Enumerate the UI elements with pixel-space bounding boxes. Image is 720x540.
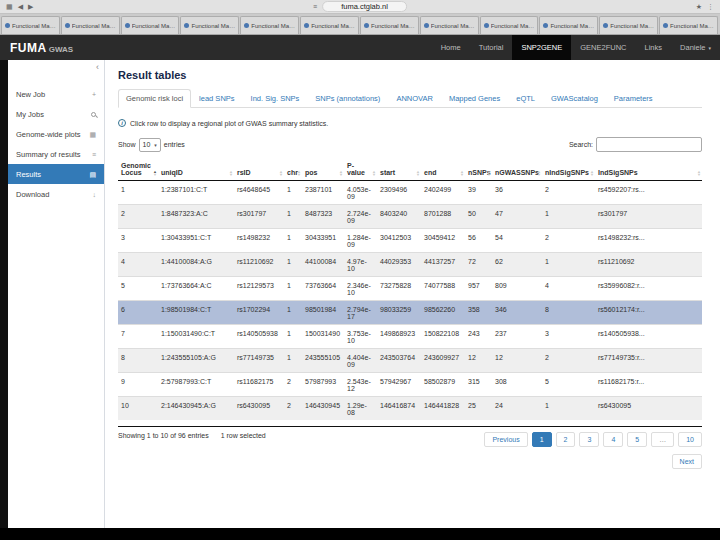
browser-tab[interactable]: Functional Mappin... bbox=[300, 16, 359, 34]
column-header-nsnps[interactable]: nSNPs▲▼ bbox=[465, 159, 492, 181]
column-header-chr[interactable]: chr▲▼ bbox=[284, 159, 302, 181]
sidebar-item-summary-of-results[interactable]: Summary of results≡ bbox=[8, 144, 104, 164]
sidebar-item-my-jobs[interactable]: My Jobs bbox=[8, 104, 104, 124]
pagination-previous[interactable]: Previous bbox=[484, 432, 527, 447]
table-row[interactable]: 92:57987993:C:Trs116821752579879932.543e… bbox=[118, 373, 702, 397]
table-row[interactable]: 41:44100084:A:Grs112106921441000844.97e-… bbox=[118, 253, 702, 277]
tab-ind-sig-snps[interactable]: Ind. Sig. SNPs bbox=[243, 89, 308, 108]
tab-snps-annotations[interactable]: SNPs (annotations) bbox=[307, 89, 388, 108]
table-row[interactable]: 81:243555105:A:Grs7714973512435551054.40… bbox=[118, 349, 702, 373]
tab-mapped-genes[interactable]: Mapped Genes bbox=[441, 89, 508, 108]
tab-parameters[interactable]: Parameters bbox=[606, 89, 661, 108]
tab-genomic-risk-loci[interactable]: Genomic risk loci bbox=[118, 89, 191, 108]
browser-tab[interactable]: Functional Mappin... bbox=[121, 16, 180, 34]
table-row[interactable]: 51:73763664:A:Crs121295731737636642.346e… bbox=[118, 277, 702, 301]
table-row[interactable]: 61:98501984:C:Trs17022941985019842.794e-… bbox=[118, 301, 702, 325]
column-header-nindsigsnps[interactable]: nIndSigSNPs▲▼ bbox=[542, 159, 595, 181]
nav-item-snp2gene[interactable]: SNP2GENE bbox=[512, 35, 571, 60]
browser-tab[interactable]: Functional Mappin... bbox=[539, 16, 598, 34]
sidebar-item-new-job[interactable]: New Job+ bbox=[8, 84, 104, 104]
tab-lead-snps[interactable]: lead SNPs bbox=[191, 89, 242, 108]
browser-tab[interactable]: Functional Mappin... bbox=[180, 16, 239, 34]
fuma-logo[interactable]: FUMA GWAS bbox=[10, 41, 73, 55]
table-row[interactable]: 21:8487323:A:Crs301797184873232.724e-098… bbox=[118, 205, 702, 229]
sort-icons: ▲▼ bbox=[487, 170, 491, 176]
sidebar-item-results[interactable]: Results▤ bbox=[8, 164, 104, 184]
table-info: Showing 1 to 10 of 96 entries 1 row sele… bbox=[118, 432, 276, 469]
table-row[interactable]: 31:30433951:C:Trs14982321304339511.284e-… bbox=[118, 229, 702, 253]
cell-uniqid: 2:57987993:C:T bbox=[158, 373, 234, 397]
cell-rsid: rs301797 bbox=[234, 205, 284, 229]
browser-tab[interactable]: Functional Mappin... bbox=[599, 16, 658, 34]
pagination-page-4[interactable]: 4 bbox=[603, 432, 623, 447]
cell-end: 30459412 bbox=[421, 229, 465, 253]
browser-tab-title: Functional Mappin... bbox=[132, 23, 176, 29]
back-icon[interactable]: ◀ bbox=[18, 3, 23, 11]
pagination-page-5[interactable]: 5 bbox=[627, 432, 647, 447]
cell-uniqid: 2:146430945:A:G bbox=[158, 397, 234, 421]
column-header-ngwassnps[interactable]: nGWASSNPs▲▼ bbox=[492, 159, 542, 181]
nav-item-links[interactable]: Links bbox=[636, 35, 672, 60]
browser-tab[interactable]: Functional Mappin... bbox=[240, 16, 299, 34]
cell-ngwassnps: 12 bbox=[492, 349, 542, 373]
url-field[interactable]: fuma.ctglab.nl bbox=[322, 1, 407, 12]
forward-icon[interactable]: ▶ bbox=[28, 3, 33, 11]
chevron-down-icon: ▾ bbox=[154, 142, 157, 148]
bookmark-star-icon[interactable]: ★ bbox=[696, 3, 702, 11]
tab-gwascatalog[interactable]: GWAScatalog bbox=[543, 89, 606, 108]
browser-tab[interactable]: Functional Mappin... bbox=[480, 16, 539, 34]
pagination-page-3[interactable]: 3 bbox=[579, 432, 599, 447]
browser-tab[interactable]: Functional Mappin... bbox=[1, 16, 60, 34]
column-header-p-value[interactable]: P-value▲▼ bbox=[344, 159, 377, 181]
column-header-start[interactable]: start▲▼ bbox=[377, 159, 421, 181]
sidebar-item-label: New Job bbox=[16, 90, 45, 99]
menu-icon[interactable]: ≡ bbox=[313, 3, 317, 10]
sort-icons: ▲▼ bbox=[279, 170, 283, 176]
sidebar-item-genome-wide-plots[interactable]: Genome-wide plots▦ bbox=[8, 124, 104, 144]
tab-eqtl[interactable]: eQTL bbox=[508, 89, 543, 108]
pagination-page-1[interactable]: 1 bbox=[532, 432, 552, 447]
nav-item-home[interactable]: Home bbox=[432, 35, 470, 60]
pagination-page-2[interactable]: 2 bbox=[556, 432, 576, 447]
browser-tab[interactable]: Functional Mappin... bbox=[420, 16, 479, 34]
sidebar-item-download[interactable]: Download↓ bbox=[8, 184, 104, 204]
sort-desc-icon: ▼ bbox=[537, 173, 541, 176]
sort-icons: ▲▼ bbox=[372, 170, 376, 176]
table-row[interactable]: 71:150031490:C:Trs14050593811500314903.7… bbox=[118, 325, 702, 349]
column-header-indsigsnps[interactable]: IndSigSNPs▲▼ bbox=[595, 159, 702, 181]
overflow-menu-icon[interactable]: ⋮ bbox=[707, 3, 714, 11]
cell-nindsigsnps: 3 bbox=[542, 325, 595, 349]
cell-genomic-locus: 1 bbox=[118, 181, 158, 205]
cell-nindsigsnps: 8 bbox=[542, 301, 595, 325]
favicon-icon bbox=[424, 23, 429, 28]
browser-tab[interactable]: Functional Mappin... bbox=[360, 16, 419, 34]
column-header-uniqid[interactable]: uniqID▲▼ bbox=[158, 159, 234, 181]
search-input[interactable] bbox=[596, 137, 702, 152]
column-header-end[interactable]: end▲▼ bbox=[421, 159, 465, 181]
nav-item-daniele[interactable]: Daniele▾ bbox=[671, 35, 720, 60]
cell-indsigsnps: rs6430095 bbox=[595, 397, 702, 421]
apps-grid-icon[interactable]: ▦ bbox=[6, 3, 13, 11]
cell-end: 150822108 bbox=[421, 325, 465, 349]
browser-tab[interactable]: Functional Mappin... bbox=[659, 16, 718, 34]
page-length-select[interactable]: 10 ▾ bbox=[139, 138, 161, 152]
cell-nsnps: 39 bbox=[465, 181, 492, 205]
tab-annovar[interactable]: ANNOVAR bbox=[388, 89, 441, 108]
sort-desc-icon: ▼ bbox=[487, 173, 491, 176]
browser-tab[interactable]: Functional Mappin... bbox=[61, 16, 120, 34]
cell-genomic-locus: 7 bbox=[118, 325, 158, 349]
pagination-next[interactable]: Next bbox=[672, 454, 702, 469]
nav-item-gene2func[interactable]: GENE2FUNC bbox=[571, 35, 635, 60]
favicon-icon bbox=[543, 23, 548, 28]
column-header-pos[interactable]: pos▲▼ bbox=[302, 159, 344, 181]
column-header-genomic-locus[interactable]: Genomic Locus▲▼ bbox=[118, 159, 158, 181]
table-row[interactable]: 102:146430945:A:Grs643009521464309451.29… bbox=[118, 397, 702, 421]
column-header-rsid[interactable]: rsID▲▼ bbox=[234, 159, 284, 181]
main-content: Result tables Genomic risk locilead SNPs… bbox=[105, 60, 720, 528]
pagination-page-10[interactable]: 10 bbox=[678, 432, 702, 447]
table-row[interactable]: 11:2387101:C:Trs4648645123871014.053e-09… bbox=[118, 181, 702, 205]
favicon-icon bbox=[5, 23, 10, 28]
sidebar-collapse-icon[interactable]: ‹ bbox=[96, 62, 99, 72]
cell-nsnps: 25 bbox=[465, 397, 492, 421]
nav-item-tutorial[interactable]: Tutorial bbox=[470, 35, 513, 60]
